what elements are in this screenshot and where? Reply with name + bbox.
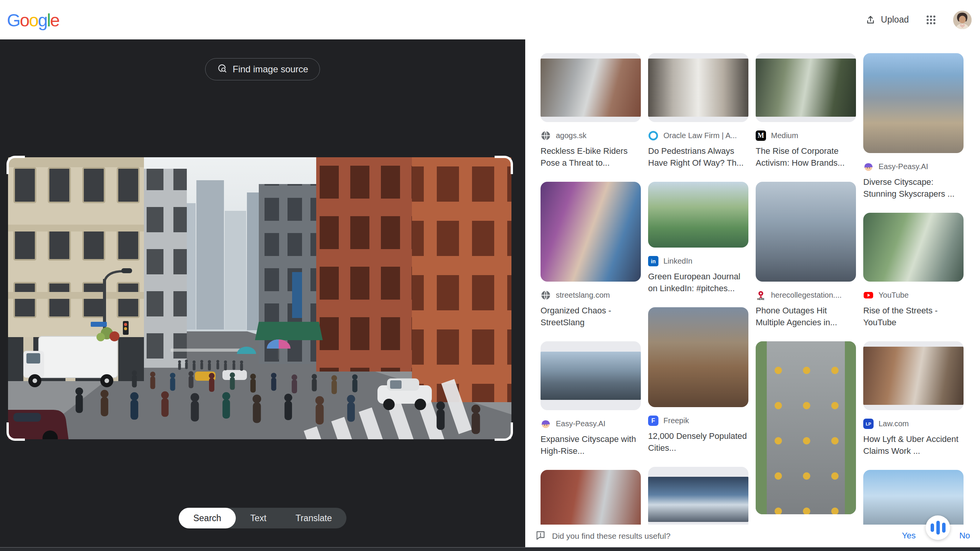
logo-letter: o: [29, 10, 38, 31]
result-thumbnail[interactable]: [648, 53, 748, 122]
feedback-question-text: Did you find these results useful?: [552, 531, 670, 541]
source-name: streetslang.com: [556, 291, 610, 300]
voice-assistant-button[interactable]: [926, 515, 950, 540]
logo-letter: g: [38, 10, 47, 31]
google-lens-results-page: Google Upload: [0, 0, 980, 551]
crop-handle-top-right[interactable]: [495, 156, 513, 174]
result-card: [756, 341, 856, 514]
source-name: Medium: [771, 131, 798, 140]
result-thumbnail[interactable]: [541, 182, 641, 282]
result-source-row[interactable]: streetslang.com: [541, 290, 641, 300]
result-title[interactable]: Diverse Cityscape: Stunning Skyscrapers …: [863, 176, 964, 200]
result-title[interactable]: Organized Chaos - StreetSlang: [541, 305, 641, 328]
result-source-row[interactable]: FFreepik: [648, 416, 748, 426]
feedback-yes-button[interactable]: Yes: [902, 531, 916, 541]
thumbnail-image: [756, 59, 856, 117]
result-card: LPLaw.comHow Lyft & Uber Accident Claims…: [863, 341, 964, 457]
find-image-source-label: Find image source: [233, 64, 308, 75]
result-source-row[interactable]: Oracle Law Firm | A...: [648, 130, 748, 141]
source-name: Oracle Law Firm | A...: [663, 131, 737, 140]
easypeasy-icon: [863, 161, 874, 172]
result-title[interactable]: Rise of the Streets - YouTube: [863, 305, 964, 328]
youtube-icon: [863, 290, 874, 300]
thumbnail-image: [648, 59, 748, 117]
results-column: Oracle Law Firm | A...Do Pedestrians Alw…: [648, 53, 748, 548]
result-title[interactable]: 12,000 Densely Populated Cities...: [648, 430, 748, 454]
upload-button[interactable]: Upload: [866, 15, 909, 25]
thumbnail-image: [648, 307, 748, 407]
thumbnail-image: [648, 182, 748, 248]
google-logo[interactable]: Google: [7, 10, 59, 31]
source-name: Freepik: [663, 416, 689, 425]
tab-search[interactable]: Search: [179, 508, 236, 528]
result-card: Easy-Peasy.AIDiverse Cityscape: Stunning…: [863, 53, 964, 200]
result-card: [648, 467, 748, 532]
result-thumbnail[interactable]: [648, 307, 748, 407]
source-name: Law.com: [879, 419, 909, 428]
result-source-row[interactable]: agogs.sk: [541, 130, 641, 141]
result-thumbnail[interactable]: [648, 467, 748, 532]
lawcom-icon: LP: [863, 419, 874, 429]
result-thumbnail[interactable]: [863, 341, 964, 410]
crop-handle-top-left[interactable]: [7, 156, 25, 174]
crop-handle-bottom-left[interactable]: [7, 422, 25, 441]
result-title[interactable]: Green European Journal on LinkedIn: #pit…: [648, 271, 748, 294]
result-thumbnail[interactable]: [541, 341, 641, 410]
results-column: agogs.skReckless E-bike Riders Pose a Th…: [541, 53, 641, 548]
top-header: Google Upload: [0, 0, 980, 39]
thumbnail-image: [756, 182, 856, 282]
feedback-no-button[interactable]: No: [959, 531, 970, 541]
globe-icon: [541, 130, 551, 141]
medium-icon: M: [756, 130, 766, 141]
feedback-bubble-icon: [535, 530, 546, 543]
result-card: streetslang.comOrganized Chaos - StreetS…: [541, 182, 641, 328]
result-card: inLinkedInGreen European Journal on Link…: [648, 182, 748, 294]
result-card: MMediumThe Rise of Corporate Activism: H…: [756, 53, 856, 169]
result-card: Oracle Law Firm | A...Do Pedestrians Alw…: [648, 53, 748, 169]
result-thumbnail[interactable]: [863, 213, 964, 282]
result-thumbnail[interactable]: [756, 53, 856, 122]
uploaded-image-crop-area[interactable]: [8, 157, 511, 439]
result-card: YouTubeRise of the Streets - YouTube: [863, 213, 964, 328]
result-thumbnail[interactable]: [863, 53, 964, 153]
uploaded-city-street-image: [8, 157, 511, 439]
find-image-source-button[interactable]: Find image source: [205, 58, 320, 80]
result-title[interactable]: Reckless E-bike Riders Pose a Threat to.…: [541, 145, 641, 169]
results-column: MMediumThe Rise of Corporate Activism: H…: [756, 53, 856, 548]
freepik-icon: F: [648, 416, 658, 426]
source-name: agogs.sk: [556, 131, 586, 140]
result-thumbnail[interactable]: [541, 53, 641, 122]
result-title[interactable]: Expansive Cityscape with High-Rise...: [541, 433, 641, 457]
source-name: LinkedIn: [663, 257, 693, 266]
account-avatar[interactable]: [953, 11, 972, 29]
result-source-row[interactable]: LPLaw.com: [863, 419, 964, 429]
google-apps-grid-icon[interactable]: [923, 11, 939, 28]
source-name: YouTube: [879, 291, 909, 300]
result-card: HEREherecollegestation....Phone Outages …: [756, 182, 856, 328]
thumbnail-image: [863, 347, 964, 405]
result-source-row[interactable]: Easy-Peasy.AI: [541, 419, 641, 429]
result-title[interactable]: How Lyft & Uber Accident Claims Work ...: [863, 433, 964, 457]
result-source-row[interactable]: YouTube: [863, 290, 964, 300]
tab-text[interactable]: Text: [236, 508, 281, 528]
result-title[interactable]: Phone Outages Hit Multiple Agencies in..…: [756, 305, 856, 328]
svg-text:HERE: HERE: [757, 298, 764, 300]
result-source-row[interactable]: HEREherecollegestation....: [756, 290, 856, 300]
result-thumbnail[interactable]: [756, 182, 856, 282]
source-name: Easy-Peasy.AI: [879, 162, 928, 171]
feedback-actions: Yes No: [880, 525, 980, 548]
globe-icon: [541, 290, 551, 300]
result-title[interactable]: Do Pedestrians Always Have Right Of Way?…: [648, 145, 748, 169]
crop-handle-bottom-right[interactable]: [495, 422, 513, 441]
result-thumbnail[interactable]: [756, 341, 856, 514]
tab-translate[interactable]: Translate: [281, 508, 346, 528]
result-thumbnail[interactable]: [648, 182, 748, 248]
result-source-row[interactable]: inLinkedIn: [648, 256, 748, 266]
result-source-row[interactable]: MMedium: [756, 130, 856, 141]
logo-letter: G: [7, 10, 20, 31]
image-search-lens-icon: [217, 63, 227, 75]
source-name: Easy-Peasy.AI: [556, 419, 606, 428]
result-title[interactable]: The Rise of Corporate Activism: How Bran…: [756, 145, 856, 169]
thumbnail-image: [541, 352, 641, 400]
result-source-row[interactable]: Easy-Peasy.AI: [863, 161, 964, 172]
